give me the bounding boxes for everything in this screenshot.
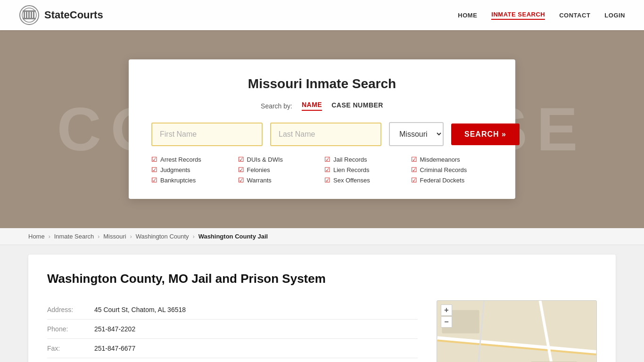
- last-name-input[interactable]: [270, 123, 381, 146]
- svg-rect-8: [23, 18, 36, 19]
- check-item: ☑Arrest Records: [151, 156, 233, 163]
- check-item: ☑Felonies: [238, 166, 320, 173]
- checkbox-icon: ☑: [238, 176, 244, 184]
- checkbox-icon: ☑: [238, 166, 244, 173]
- checks-grid: ☑Arrest Records☑DUIs & DWIs☑Jail Records…: [151, 156, 493, 184]
- search-button[interactable]: SEARCH »: [451, 123, 520, 145]
- check-item: ☑Lien Records: [324, 166, 406, 173]
- nav-inmate-search[interactable]: INMATE SEARCH: [491, 11, 545, 20]
- svg-rect-4: [28, 11, 30, 18]
- search-inputs-row: Missouri SEARCH »: [151, 122, 493, 146]
- info-row-phone: Phone: 251-847-2202: [47, 320, 418, 339]
- check-item: ☑Sex Offenses: [324, 176, 406, 184]
- phone-value: 251-847-2202: [94, 325, 135, 333]
- logo-text: StateCourts: [44, 9, 103, 21]
- content-title: Washington County, MO Jail and Prison Sy…: [47, 272, 597, 286]
- tab-case-number[interactable]: CASE NUMBER: [331, 101, 383, 110]
- map-container: + −: [437, 300, 597, 362]
- checkbox-icon: ☑: [238, 156, 244, 163]
- checkbox-icon: ☑: [411, 176, 417, 184]
- fax-value: 251-847-6677: [94, 345, 135, 352]
- map-controls: + −: [441, 304, 452, 328]
- checkbox-icon: ☑: [411, 166, 417, 173]
- search-by-label: Search by:: [261, 102, 292, 110]
- checkbox-icon: ☑: [151, 166, 157, 173]
- address-value: 45 Court St, Chatom, AL 36518: [94, 306, 186, 313]
- svg-rect-5: [31, 11, 32, 18]
- check-item: ☑DUIs & DWIs: [238, 156, 320, 163]
- info-row-address: Address: 45 Court St, Chatom, AL 36518: [47, 300, 418, 320]
- breadcrumb-sep-3: ›: [130, 233, 132, 240]
- check-item: ☑Federal Dockets: [411, 176, 493, 184]
- checkbox-icon: ☑: [151, 176, 157, 184]
- search-card-title: Missouri Inmate Search: [151, 76, 493, 91]
- phone-label: Phone:: [47, 325, 85, 333]
- map-zoom-out[interactable]: −: [441, 316, 452, 328]
- site-header: StateCourts HOME INMATE SEARCH CONTACT L…: [0, 0, 644, 30]
- tab-name[interactable]: NAME: [302, 101, 322, 111]
- breadcrumb-current: Washington County Jail: [198, 233, 268, 240]
- breadcrumb-missouri[interactable]: Missouri: [103, 233, 126, 240]
- info-section: Address: 45 Court St, Chatom, AL 36518 P…: [47, 300, 597, 362]
- breadcrumb-sep-4: ›: [193, 233, 195, 240]
- logo-area[interactable]: StateCourts: [19, 5, 103, 25]
- check-item: ☑Misdemeanors: [411, 156, 493, 163]
- state-select[interactable]: Missouri: [389, 122, 444, 146]
- nav-login[interactable]: LOGIN: [604, 12, 625, 19]
- checkbox-icon: ☑: [411, 156, 417, 163]
- checkbox-icon: ☑: [324, 176, 330, 184]
- checkbox-icon: ☑: [324, 156, 330, 163]
- search-card: Missouri Inmate Search Search by: NAME C…: [129, 59, 515, 199]
- info-row-fax: Fax: 251-847-6677: [47, 339, 418, 358]
- check-item: ☑Criminal Records: [411, 166, 493, 173]
- logo-icon: [19, 5, 40, 25]
- breadcrumb-sep-1: ›: [49, 233, 50, 240]
- first-name-input[interactable]: [151, 123, 263, 146]
- svg-rect-3: [26, 11, 27, 18]
- breadcrumb-washington-county[interactable]: Washington County: [136, 233, 189, 240]
- map-zoom-in[interactable]: +: [441, 304, 452, 316]
- check-item: ☑Warrants: [238, 176, 320, 184]
- check-item: ☑Bankruptcies: [151, 176, 233, 184]
- svg-rect-2: [24, 11, 25, 18]
- check-item: ☑Jail Records: [324, 156, 406, 163]
- svg-rect-6: [33, 11, 34, 18]
- nav-home[interactable]: HOME: [458, 12, 477, 19]
- breadcrumb-sep-2: ›: [98, 233, 99, 240]
- checkbox-icon: ☑: [324, 166, 330, 173]
- map-svg: [437, 301, 596, 362]
- content-card: Washington County, MO Jail and Prison Sy…: [28, 255, 616, 362]
- main-nav: HOME INMATE SEARCH CONTACT LOGIN: [458, 11, 625, 20]
- search-by-row: Search by: NAME CASE NUMBER: [151, 101, 493, 111]
- main-content: Washington County, MO Jail and Prison Sy…: [0, 245, 644, 362]
- breadcrumb: Home › Inmate Search › Missouri › Washin…: [0, 228, 644, 245]
- nav-contact[interactable]: CONTACT: [559, 12, 590, 19]
- svg-rect-7: [23, 10, 36, 12]
- hero-section: COURTHOUSE Missouri Inmate Search Search…: [0, 30, 644, 228]
- breadcrumb-home[interactable]: Home: [28, 233, 45, 240]
- fax-label: Fax:: [47, 345, 85, 352]
- info-table: Address: 45 Court St, Chatom, AL 36518 P…: [47, 300, 418, 362]
- info-row-website: Website: http://www.washcoso.com: [47, 358, 418, 362]
- check-item: ☑Judgments: [151, 166, 233, 173]
- breadcrumb-inmate-search[interactable]: Inmate Search: [54, 233, 94, 240]
- checkbox-icon: ☑: [151, 156, 157, 163]
- address-label: Address:: [47, 306, 85, 313]
